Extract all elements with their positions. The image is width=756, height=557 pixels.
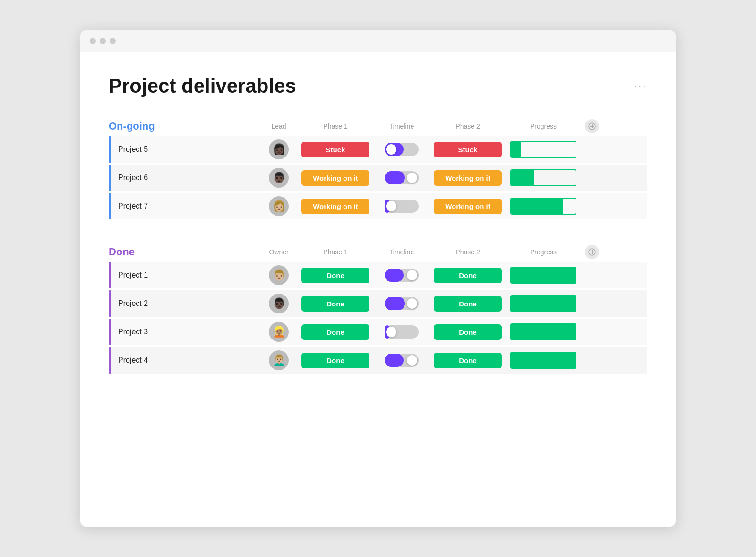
phase2-badge: Working on it <box>434 199 502 214</box>
timeline-cell[interactable] <box>373 325 430 339</box>
avatar-cell: 👨🏼‍🦱 <box>260 350 298 370</box>
row-label: Project 5 <box>118 145 148 154</box>
timeline-cell[interactable] <box>373 269 430 282</box>
phase2-badge: Done <box>434 353 502 368</box>
plus-icon <box>588 248 596 256</box>
table-row[interactable]: Project 2👨🏿DoneDone <box>109 290 647 317</box>
table-row[interactable]: Project 6👨🏿Working on itWorking on it <box>109 165 647 191</box>
phase2-cell[interactable]: Done <box>430 296 506 312</box>
main-content: Project deliverables ··· On-going Lead P… <box>80 52 676 419</box>
done-section-title: Done <box>109 246 135 258</box>
phase1-cell[interactable]: Done <box>298 324 373 340</box>
timeline-cell[interactable] <box>373 354 430 367</box>
phase1-cell[interactable]: Done <box>298 268 373 283</box>
phase1-cell[interactable]: Working on it <box>298 170 373 186</box>
done-header: Done Owner Phase 1 Timeline Phase 2 Prog… <box>109 242 647 262</box>
ongoing-col-lead: Lead <box>260 122 298 130</box>
table-row[interactable]: Project 7👩🏼Working on itWorking on it <box>109 193 647 219</box>
timeline-cell[interactable] <box>373 200 430 213</box>
dot-yellow <box>100 38 106 44</box>
table-row[interactable]: Project 5👩🏿StuckStuck <box>109 136 647 163</box>
row-name-cell: Project 5 <box>109 136 260 163</box>
phase1-badge: Done <box>301 296 369 312</box>
table-row[interactable]: Project 3👱🏽DoneDone <box>109 319 647 345</box>
plus-icon <box>588 122 596 130</box>
ongoing-header: On-going Lead Phase 1 Timeline Phase 2 P… <box>109 116 647 136</box>
ongoing-add-col-button[interactable] <box>585 119 599 133</box>
done-col-timeline: Timeline <box>373 248 430 256</box>
phase1-badge: Done <box>301 324 369 340</box>
more-button[interactable]: ··· <box>634 79 647 93</box>
phase1-cell[interactable]: Done <box>298 353 373 368</box>
timeline-cell[interactable] <box>373 297 430 310</box>
done-title-cell: Done <box>109 246 260 258</box>
done-col-phase1: Phase 1 <box>298 248 373 256</box>
timeline-cell[interactable] <box>373 171 430 184</box>
row-name-cell: Project 7 <box>109 193 260 219</box>
row-label: Project 1 <box>118 271 148 279</box>
row-label: Project 6 <box>118 174 148 182</box>
avatar-cell: 👨🏼 <box>260 265 298 285</box>
row-label: Project 2 <box>118 299 148 308</box>
avatar-cell: 👩🏿 <box>260 139 298 159</box>
dot-green <box>110 38 116 44</box>
row-label: Project 3 <box>118 328 148 336</box>
done-add-col-button[interactable] <box>585 245 599 259</box>
timeline-cell[interactable] <box>373 143 430 156</box>
progress-cell <box>506 267 581 284</box>
done-col-owner: Owner <box>260 248 298 256</box>
ongoing-section-title: On-going <box>109 120 155 132</box>
ongoing-col-progress: Progress <box>506 122 581 130</box>
phase2-badge: Stuck <box>434 142 502 157</box>
phase1-badge: Working on it <box>301 170 369 186</box>
phase1-cell[interactable]: Done <box>298 296 373 312</box>
phase2-cell[interactable]: Done <box>430 324 506 340</box>
progress-cell <box>506 198 581 215</box>
table-row[interactable]: Project 1👨🏼DoneDone <box>109 262 647 288</box>
phase1-cell[interactable]: Stuck <box>298 142 373 157</box>
progress-bar <box>510 141 576 158</box>
phase2-badge: Done <box>434 296 502 312</box>
row-name-cell: Project 4 <box>109 347 260 374</box>
done-col-progress: Progress <box>506 248 581 256</box>
done-section: Done Owner Phase 1 Timeline Phase 2 Prog… <box>109 242 647 374</box>
row-name-cell: Project 3 <box>109 319 260 345</box>
phase1-badge: Done <box>301 353 369 368</box>
dot-red <box>90 38 96 44</box>
phase2-badge: Working on it <box>434 170 502 186</box>
phase1-cell[interactable]: Working on it <box>298 199 373 214</box>
progress-cell <box>506 352 581 369</box>
ongoing-col-phase2: Phase 2 <box>430 122 506 130</box>
phase2-badge: Done <box>434 324 502 340</box>
ongoing-rows: Project 5👩🏿StuckStuckProject 6👨🏿Working … <box>109 136 647 219</box>
ongoing-col-phase1: Phase 1 <box>298 122 373 130</box>
progress-bar-full <box>510 323 576 340</box>
avatar-cell: 👱🏽 <box>260 322 298 342</box>
progress-cell <box>506 141 581 158</box>
ongoing-title-cell: On-going <box>109 120 260 132</box>
page-title: Project deliverables <box>109 75 296 97</box>
table-row[interactable]: Project 4👨🏼‍🦱DoneDone <box>109 347 647 374</box>
phase1-badge: Done <box>301 268 369 283</box>
avatar-cell: 👩🏼 <box>260 196 298 216</box>
phase2-cell[interactable]: Working on it <box>430 199 506 214</box>
row-name-cell: Project 1 <box>109 262 260 288</box>
phase2-cell[interactable]: Done <box>430 268 506 283</box>
app-window: Project deliverables ··· On-going Lead P… <box>80 30 676 527</box>
row-label: Project 7 <box>118 202 148 210</box>
done-rows: Project 1👨🏼DoneDoneProject 2👨🏿DoneDonePr… <box>109 262 647 374</box>
row-name-cell: Project 2 <box>109 290 260 317</box>
phase2-cell[interactable]: Done <box>430 353 506 368</box>
avatar-cell: 👨🏿 <box>260 294 298 313</box>
phase2-cell[interactable]: Stuck <box>430 142 506 157</box>
progress-bar <box>510 169 576 186</box>
phase2-cell[interactable]: Working on it <box>430 170 506 186</box>
done-col-phase2: Phase 2 <box>430 248 506 256</box>
progress-bar-full <box>510 352 576 369</box>
phase1-badge: Stuck <box>301 142 369 157</box>
progress-cell <box>506 169 581 186</box>
progress-bar-full <box>510 267 576 284</box>
page-header: Project deliverables ··· <box>109 75 647 97</box>
ongoing-col-timeline: Timeline <box>373 122 430 130</box>
row-name-cell: Project 6 <box>109 165 260 191</box>
